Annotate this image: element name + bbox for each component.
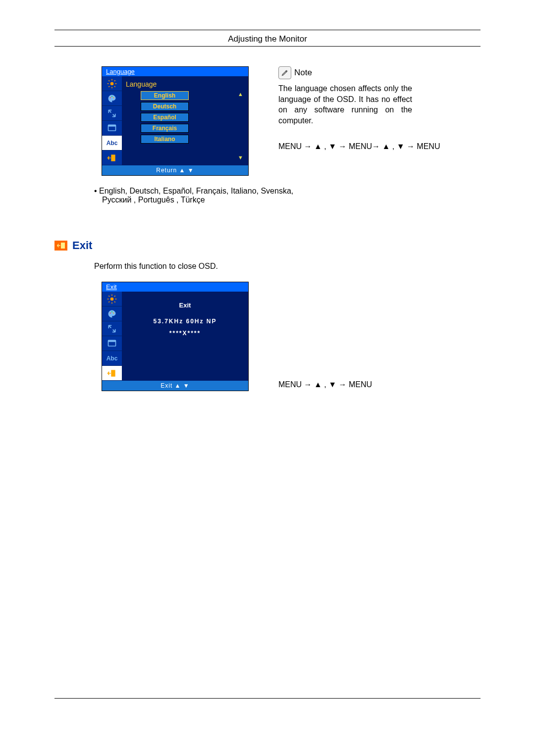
running-head: Adjusting the Monitor xyxy=(54,30,481,47)
osd-tab-color[interactable] xyxy=(102,91,122,106)
note-text: The language chosen affects only the lan… xyxy=(278,83,412,126)
osd-tab-language[interactable]: Abc xyxy=(102,136,122,151)
lang-option-english[interactable]: English xyxy=(141,91,189,100)
svg-line-23 xyxy=(108,302,109,302)
svg-point-16 xyxy=(110,297,114,301)
osd-footer: Return ▲ ▼ xyxy=(102,165,248,175)
exit-heading-label: Exit xyxy=(72,239,92,252)
abc-icon: Abc xyxy=(107,353,117,364)
osd-tab-strip: Abc xyxy=(102,76,122,165)
svg-rect-30 xyxy=(111,370,115,376)
scroll-up-icon[interactable]: ▲ xyxy=(238,91,243,97)
svg-rect-15 xyxy=(61,243,65,249)
osd-tab-exit-2[interactable] xyxy=(102,366,122,381)
svg-point-10 xyxy=(111,96,112,97)
osd-tab-language-2[interactable]: Abc xyxy=(102,351,122,366)
osd-tab-brightness-2[interactable] xyxy=(102,292,122,306)
palette-icon xyxy=(107,308,117,319)
svg-rect-29 xyxy=(108,340,116,342)
svg-line-5 xyxy=(108,80,109,81)
exit-heading: Exit xyxy=(54,239,481,252)
nav-sequence-language: MENU → ▲ , ▼ → MENU→ ▲ , ▼ → MENU xyxy=(278,141,440,152)
sun-icon xyxy=(107,294,117,304)
osd-tab-osd-2[interactable] xyxy=(102,336,122,351)
svg-point-0 xyxy=(110,82,114,85)
lang-option-espanol[interactable]: Español xyxy=(141,113,189,122)
lang-all-line1: • English, Deutsch, Español, Français, I… xyxy=(94,187,481,196)
lang-option-deutsch[interactable]: Deutsch xyxy=(141,102,189,111)
lang-option-francais[interactable]: Français xyxy=(141,124,189,133)
osd-tab-brightness[interactable] xyxy=(102,76,122,91)
language-list-all: • English, Deutsch, Español, Français, I… xyxy=(94,187,481,204)
osd-exit: Exit xyxy=(102,282,249,391)
lang-all-line2: Русский , Português , Türkçe xyxy=(102,196,481,204)
size-icon xyxy=(107,108,117,119)
svg-point-26 xyxy=(111,311,112,312)
exit-icon xyxy=(107,152,117,163)
osd-exit-stars: ****X**** xyxy=(124,330,246,337)
svg-line-7 xyxy=(108,86,109,87)
osd-tab-color-2[interactable] xyxy=(102,306,122,321)
osd-exit-content: Exit 53.7KHz 60Hz NP ****X**** xyxy=(122,292,248,381)
osd-language: Language xyxy=(102,66,249,176)
osd-content: Language ▲ English Deutsch Español Franç… xyxy=(122,76,248,165)
exit-heading-icon xyxy=(54,241,67,251)
osd-title: Language xyxy=(102,67,248,76)
svg-point-27 xyxy=(113,312,114,313)
svg-line-6 xyxy=(114,86,115,87)
window-icon xyxy=(107,123,117,134)
osd-tab-image-2[interactable] xyxy=(102,321,122,336)
osd-exit-info: 53.7KHz 60Hz NP xyxy=(124,318,246,325)
svg-line-22 xyxy=(114,302,115,302)
svg-line-8 xyxy=(114,80,115,81)
svg-point-11 xyxy=(113,97,114,98)
note-label: Note xyxy=(294,68,312,78)
svg-line-24 xyxy=(114,296,115,297)
svg-point-25 xyxy=(110,312,111,313)
osd-tab-osd[interactable] xyxy=(102,121,122,136)
svg-line-21 xyxy=(108,296,109,297)
nav-sequence-exit: MENU → ▲ , ▼ → MENU xyxy=(278,380,372,389)
osd-tab-image[interactable] xyxy=(102,106,122,121)
lang-option-italiano[interactable]: Italiano xyxy=(141,135,189,144)
note-column: Note The language chosen affects only th… xyxy=(278,66,440,152)
exit-description: Perform this function to close OSD. xyxy=(94,262,481,271)
svg-rect-14 xyxy=(111,154,115,161)
sun-icon xyxy=(107,78,117,89)
scroll-down-icon[interactable]: ▼ xyxy=(238,154,243,160)
osd-exit-title: Exit xyxy=(102,282,248,292)
svg-rect-13 xyxy=(108,125,116,126)
osd-tab-exit[interactable] xyxy=(102,151,122,165)
osd-subtitle: Language xyxy=(126,80,244,88)
svg-point-9 xyxy=(110,97,111,98)
osd-exit-footer: Exit ▲ ▼ xyxy=(102,381,248,391)
exit-icon xyxy=(107,368,117,379)
abc-icon: Abc xyxy=(107,138,117,149)
osd-exit-label: Exit xyxy=(124,302,246,309)
size-icon xyxy=(107,323,117,334)
palette-icon xyxy=(107,93,117,104)
note-icon xyxy=(278,66,291,79)
osd-tab-strip-2: Abc xyxy=(102,292,122,381)
window-icon xyxy=(107,338,117,349)
